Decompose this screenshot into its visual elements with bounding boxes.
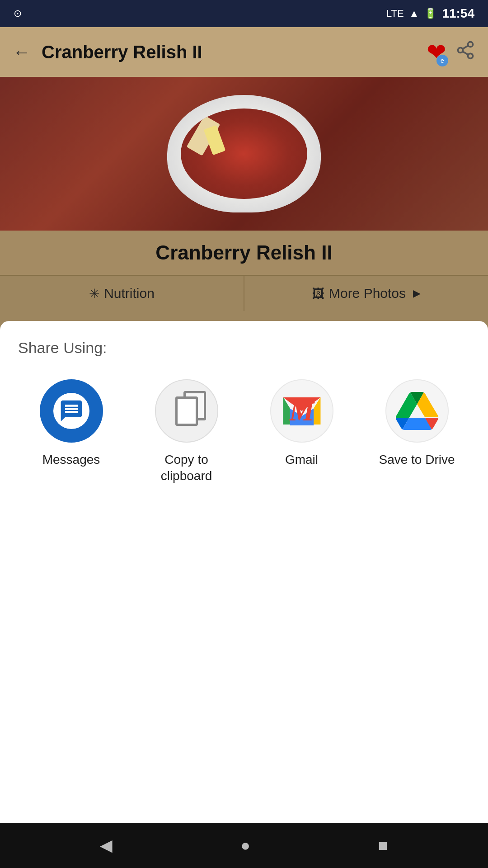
photos-icon: 🖼 [312, 286, 324, 301]
gmail-label: Gmail [285, 452, 318, 468]
nav-recents-button[interactable]: ■ [369, 831, 397, 859]
nav-home-button[interactable]: ● [231, 831, 259, 859]
share-panel: Share Using: Messages Copy to [0, 321, 488, 823]
svg-line-3 [463, 51, 469, 54]
drive-icon [385, 379, 449, 443]
signal-icon: ▲ [409, 8, 419, 19]
app-header: ← Cranberry Relish II ❤ e [0, 27, 488, 77]
recipe-title: Cranberry Relish II [155, 241, 332, 264]
share-button[interactable] [455, 40, 475, 64]
gmail-icon: M [270, 379, 333, 443]
recipe-image [0, 77, 488, 231]
battery-icon: 🔋 [424, 8, 436, 19]
share-app-messages[interactable]: Messages [27, 379, 115, 468]
svg-line-4 [463, 45, 469, 48]
share-title: Share Using: [18, 339, 470, 357]
clock: 11:54 [442, 6, 474, 21]
clipboard-icon [155, 379, 218, 443]
more-photos-button[interactable]: 🖼 More Photos ▶ [244, 276, 488, 311]
clipboard-icon-inner [175, 396, 198, 426]
lte-icon: LTE [386, 8, 404, 19]
bowl-image [167, 95, 321, 212]
nav-bar: ◀ ● ■ [0, 823, 488, 868]
drive-label: Save to Drive [379, 452, 455, 468]
share-apps-row: Messages Copy to clipboard [18, 379, 470, 485]
messages-label: Messages [42, 452, 100, 468]
nav-back-button[interactable]: ◀ [91, 831, 122, 859]
more-photos-label: More Photos [329, 286, 406, 301]
page-title: Cranberry Relish II [42, 42, 427, 62]
chevron-icon: ▶ [413, 288, 421, 299]
clipboard-label: Copy to clipboard [142, 452, 230, 485]
status-bar: ⊙ LTE ▲ 🔋 11:54 [0, 0, 488, 27]
messages-icon [40, 379, 103, 443]
wifi-icon: ⊙ [14, 8, 22, 19]
messages-icon-inner [53, 393, 89, 429]
action-buttons-row: ✳ Nutrition 🖼 More Photos ▶ [0, 275, 488, 311]
nutrition-button[interactable]: ✳ Nutrition [0, 276, 244, 311]
share-app-gmail[interactable]: M Gmail [258, 379, 346, 468]
share-app-drive[interactable]: Save to Drive [373, 379, 461, 468]
svg-point-1 [458, 47, 463, 52]
heart-badge: e [436, 55, 448, 66]
back-button[interactable]: ← [13, 42, 31, 62]
recipe-title-section: Cranberry Relish II [0, 231, 488, 275]
svg-point-0 [468, 42, 473, 47]
nutrition-label: Nutrition [104, 286, 155, 301]
share-app-clipboard[interactable]: Copy to clipboard [142, 379, 230, 485]
favorite-button[interactable]: ❤ e [427, 38, 446, 66]
svg-point-2 [468, 53, 473, 58]
status-icons: LTE ▲ 🔋 11:54 [386, 6, 474, 21]
nutrition-icon: ✳ [89, 286, 99, 301]
